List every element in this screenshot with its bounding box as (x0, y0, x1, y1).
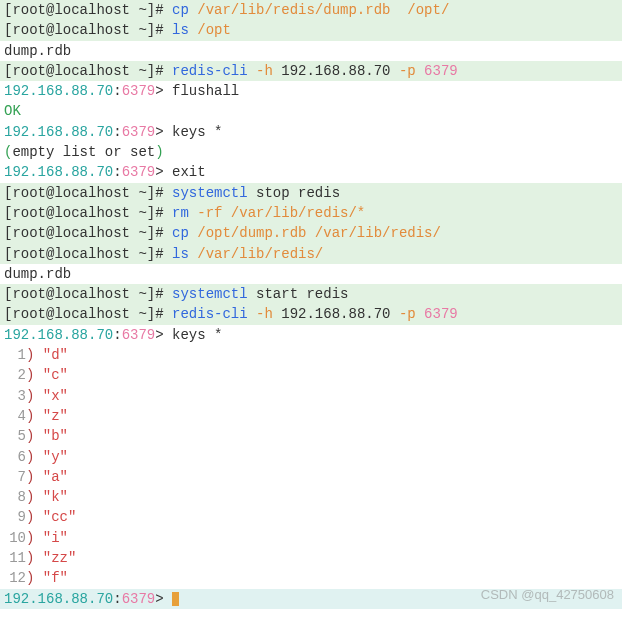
row-number: 2 (4, 365, 26, 385)
cmd-ls: ls (172, 246, 189, 262)
row-number: 5 (4, 426, 26, 446)
row-number: 4 (4, 406, 26, 426)
val-host: 192.168.88.70 (281, 63, 390, 79)
cmd-systemctl: systemctl (172, 185, 248, 201)
redis-port: 6379 (122, 83, 156, 99)
cursor-icon (172, 592, 179, 606)
key-row: 3) "x" (0, 386, 622, 406)
shell-prompt: [root@localhost ~]# (4, 22, 172, 38)
cmd-rm: rm (172, 205, 189, 221)
key-value: "k" (43, 489, 68, 505)
row-number: 12 (4, 568, 26, 588)
shell-prompt: [root@localhost ~]# (4, 2, 172, 18)
cmd-arg: /opt (189, 22, 231, 38)
key-value: "i" (43, 530, 68, 546)
cmd-flushall: flushall (172, 83, 239, 99)
key-value: "c" (43, 367, 68, 383)
key-value: "cc" (43, 509, 77, 525)
row-number: 7 (4, 467, 26, 487)
key-row: 6) "y" (0, 447, 622, 467)
val-port: 6379 (424, 63, 458, 79)
row-number: 3 (4, 386, 26, 406)
key-row: 11) "zz" (0, 548, 622, 568)
redis-line: 192.168.88.70:6379> keys * (0, 122, 622, 142)
row-number: 10 (4, 528, 26, 548)
cmd-cp: cp (172, 225, 189, 241)
cmd-keys: keys (172, 124, 206, 140)
cmd-cp: cp (172, 2, 189, 18)
row-number: 11 (4, 548, 26, 568)
key-row: 5) "b" (0, 426, 622, 446)
output-line: OK (0, 101, 622, 121)
key-row: 9) "cc" (0, 507, 622, 527)
output-line: (empty list or set) (0, 142, 622, 162)
cmd-line: [root@localhost ~]# ls /opt (0, 20, 622, 40)
output-line: dump.rdb (0, 41, 622, 61)
output-dump: dump.rdb (4, 43, 71, 59)
key-value: "b" (43, 428, 68, 444)
cmd-line: [root@localhost ~]# cp /opt/dump.rdb /va… (0, 223, 622, 243)
row-number: 1 (4, 345, 26, 365)
key-value: "f" (43, 570, 68, 586)
cmd-line: [root@localhost ~]# rm -rf /var/lib/redi… (0, 203, 622, 223)
key-value: "x" (43, 388, 68, 404)
key-value: "zz" (43, 550, 77, 566)
redis-prompt-line: 192.168.88.70:6379> (0, 589, 622, 609)
key-row: 2) "c" (0, 365, 622, 385)
cmd-redis-cli: redis-cli (172, 63, 248, 79)
key-row: 1) "d" (0, 345, 622, 365)
row-number: 9 (4, 507, 26, 527)
key-value: "d" (43, 347, 68, 363)
output-ok: OK (4, 103, 21, 119)
key-row: 7) "a" (0, 467, 622, 487)
redis-line: 192.168.88.70:6379> exit (0, 162, 622, 182)
key-value: "y" (43, 449, 68, 465)
cmd-line: [root@localhost ~]# cp /var/lib/redis/du… (0, 0, 622, 20)
keys-list: 1) "d"2) "c"3) "x"4) "z"5) "b"6) "y"7) "… (0, 345, 622, 589)
shell-prompt: [root@localhost ~]# (4, 63, 172, 79)
key-value: "z" (43, 408, 68, 424)
cmd-line: [root@localhost ~]# systemctl start redi… (0, 284, 622, 304)
flag-h: -h (248, 63, 282, 79)
cmd-exit: exit (172, 164, 206, 180)
row-number: 6 (4, 447, 26, 467)
row-number: 8 (4, 487, 26, 507)
terminal-output: [root@localhost ~]# cp /var/lib/redis/du… (0, 0, 622, 609)
redis-line: 192.168.88.70:6379> keys * (0, 325, 622, 345)
flag-p: -p (390, 63, 424, 79)
cmd-arg: /var/lib/redis/dump.rdb /opt/ (189, 2, 449, 18)
output-line: dump.rdb (0, 264, 622, 284)
redis-host: 192.168.88.70 (4, 83, 113, 99)
output-empty: empty list or set (12, 144, 155, 160)
cmd-line: [root@localhost ~]# ls /var/lib/redis/ (0, 244, 622, 264)
redis-line: 192.168.88.70:6379> flushall (0, 81, 622, 101)
cmd-line: [root@localhost ~]# systemctl stop redis (0, 183, 622, 203)
key-row: 12) "f" (0, 568, 622, 588)
cmd-line: [root@localhost ~]# redis-cli -h 192.168… (0, 304, 622, 324)
key-row: 8) "k" (0, 487, 622, 507)
key-row: 4) "z" (0, 406, 622, 426)
cmd-line: [root@localhost ~]# redis-cli -h 192.168… (0, 61, 622, 81)
key-row: 10) "i" (0, 528, 622, 548)
key-value: "a" (43, 469, 68, 485)
cmd-ls: ls (172, 22, 189, 38)
